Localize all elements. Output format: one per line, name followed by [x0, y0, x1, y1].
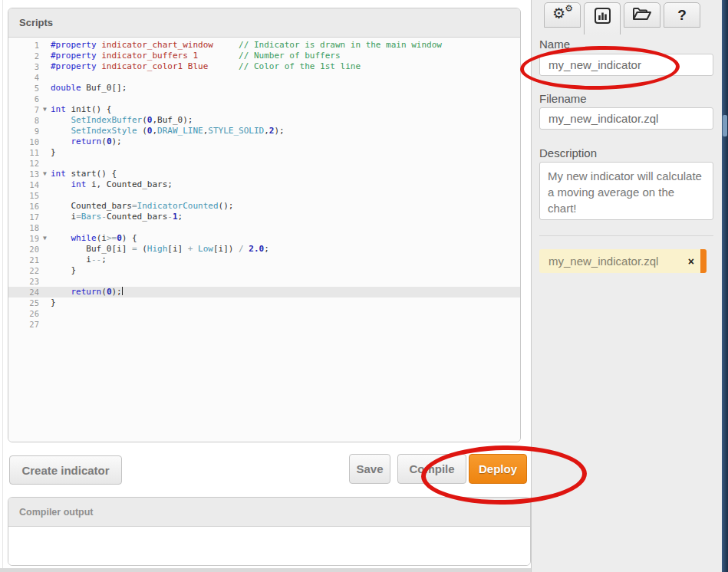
line-number: 19	[8, 233, 39, 244]
line-number: 22	[8, 265, 39, 276]
code-line[interactable]: 22 }	[8, 265, 520, 276]
fold-gutter	[39, 287, 51, 298]
code-line[interactable]: 11}	[8, 147, 520, 158]
tab-settings[interactable]: ⚙ ⚙	[544, 2, 581, 28]
create-indicator-button[interactable]: Create indicator	[9, 455, 122, 485]
name-input[interactable]: my_new_indicator	[539, 54, 713, 76]
code-text	[51, 222, 520, 233]
fold-arrow-icon[interactable]: ▼	[39, 169, 51, 179]
window-scrollbar-thumb[interactable]	[723, 115, 727, 136]
code-text: return(0);	[51, 287, 520, 298]
code-line[interactable]: 19▼ while(i>=0) {	[8, 233, 520, 244]
code-line[interactable]: 10 return(0);	[8, 136, 520, 147]
code-line[interactable]: 4	[8, 72, 520, 83]
code-line[interactable]: 7▼int init() {	[8, 104, 520, 115]
line-number: 7	[8, 104, 39, 115]
code-line[interactable]: 8 SetIndexBuffer(0,Buf_0);	[8, 115, 520, 126]
line-number: 24	[8, 287, 39, 298]
tab-indicators[interactable]	[584, 2, 621, 35]
code-line[interactable]: 14 int i, Counted_bars;	[8, 179, 520, 190]
code-text: #property indicator_buffers 1 // Number …	[51, 51, 520, 61]
code-text: int init() {	[51, 104, 520, 115]
code-text: int i, Counted_bars;	[51, 179, 520, 190]
line-number: 20	[8, 244, 39, 255]
code-text: Counted_bars=IndicatorCounted();	[51, 201, 520, 212]
sidebar: ⚙ ⚙ ? Name my_new_indicator Filename my	[531, 0, 722, 572]
sidebar-divider	[539, 235, 713, 236]
bar-chart-icon	[594, 7, 611, 28]
line-number: 6	[8, 94, 39, 104]
code-text	[51, 190, 520, 201]
code-editor[interactable]: 1#property indicator_chart_window // Ind…	[8, 38, 520, 442]
page-left-edge	[0, 0, 3, 572]
code-line[interactable]: 6	[8, 94, 520, 104]
line-number: 21	[8, 255, 39, 265]
fold-gutter	[39, 244, 51, 255]
fold-gutter	[39, 126, 51, 136]
tab-help[interactable]: ?	[664, 2, 700, 28]
description-label: Description	[539, 146, 597, 159]
code-line[interactable]: 5double Buf_0[];	[8, 83, 520, 94]
code-line[interactable]: 1#property indicator_chart_window // Ind…	[8, 40, 520, 51]
close-file-icon[interactable]: ×	[688, 255, 694, 268]
line-number: 8	[8, 115, 39, 126]
code-line[interactable]: 17 i=Bars-Counted_bars-1;	[8, 212, 520, 222]
fold-arrow-icon[interactable]: ▼	[39, 233, 51, 244]
fold-arrow-icon[interactable]: ▼	[39, 104, 51, 115]
line-number: 9	[8, 126, 39, 136]
code-line[interactable]: 15	[8, 190, 520, 201]
line-number: 3	[8, 61, 39, 72]
code-text: return(0);	[51, 136, 520, 147]
code-line[interactable]: 23	[8, 276, 520, 287]
code-line[interactable]: 13▼int start() {	[8, 169, 520, 179]
code-line[interactable]: 16 Counted_bars=IndicatorCounted();	[8, 201, 520, 212]
code-line[interactable]: 12	[8, 158, 520, 169]
code-text: }	[51, 147, 520, 158]
code-text	[51, 319, 520, 330]
scripts-panel: Scripts 1#property indicator_chart_windo…	[8, 8, 521, 442]
code-text: i--;	[51, 255, 520, 265]
line-number: 2	[8, 51, 39, 61]
line-number: 12	[8, 158, 39, 169]
open-folder-icon	[632, 6, 652, 25]
text-cursor	[122, 287, 124, 295]
line-number: 23	[8, 276, 39, 287]
window-scrollbar-track[interactable]	[722, 0, 728, 572]
code-line[interactable]: 3#property indicator_color1 Blue // Colo…	[8, 61, 520, 72]
code-line[interactable]: 20 Buf_0[i] = (High[i] + Low[i]) / 2.0;	[8, 244, 520, 255]
code-line[interactable]: 24 return(0);	[8, 287, 520, 298]
code-line[interactable]: 26	[8, 308, 520, 319]
code-line[interactable]: 25}	[8, 298, 520, 308]
code-line[interactable]: 2#property indicator_buffers 1 // Number…	[8, 51, 520, 61]
code-text: SetIndexStyle (0,DRAW_LINE,STYLE_SOLID,2…	[51, 126, 520, 136]
code-line[interactable]: 18	[8, 222, 520, 233]
fold-gutter	[39, 190, 51, 201]
question-mark-icon: ?	[677, 8, 687, 23]
filename-input[interactable]: my_new_indicator.zql	[539, 107, 713, 130]
code-line[interactable]: 21 i--;	[8, 255, 520, 265]
line-number: 1	[8, 40, 39, 51]
fold-gutter	[39, 276, 51, 287]
code-text: }	[51, 265, 520, 276]
fold-gutter	[39, 308, 51, 319]
scripts-panel-header: Scripts	[8, 8, 520, 38]
deploy-label: Deploy	[479, 462, 517, 475]
code-text	[51, 94, 520, 104]
open-file-item[interactable]: my_new_indicator.zql ×	[539, 249, 707, 273]
line-number: 25	[8, 298, 39, 308]
tab-files[interactable]	[624, 2, 660, 28]
code-line[interactable]: 9 SetIndexStyle (0,DRAW_LINE,STYLE_SOLID…	[8, 126, 520, 136]
code-text	[51, 308, 520, 319]
compile-button[interactable]: Compile	[397, 454, 466, 484]
open-file-label: my_new_indicator.zql	[539, 255, 688, 268]
deploy-button[interactable]: Deploy	[469, 454, 527, 484]
fold-gutter	[39, 222, 51, 233]
line-number: 4	[8, 72, 39, 83]
code-line[interactable]: 27	[8, 319, 520, 330]
code-text: i=Bars-Counted_bars-1;	[51, 212, 520, 222]
line-number: 26	[8, 308, 39, 319]
page-bottom-strip	[0, 568, 531, 572]
description-input[interactable]: My new indicator will calculate a moving…	[539, 162, 713, 220]
save-button[interactable]: Save	[349, 454, 390, 484]
code-text	[51, 72, 520, 83]
